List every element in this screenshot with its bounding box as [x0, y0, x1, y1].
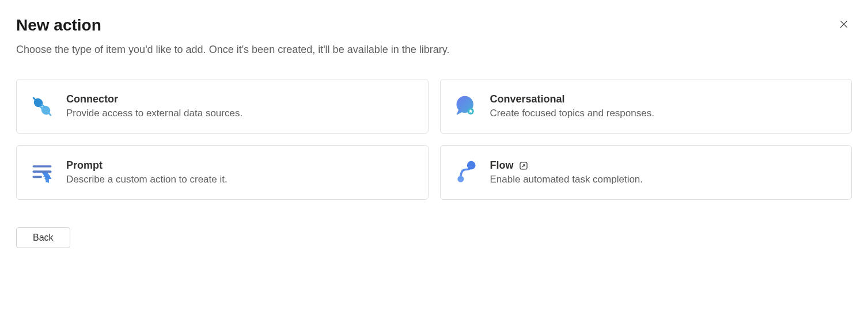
- connector-icon: [29, 94, 55, 119]
- close-icon: [838, 18, 850, 32]
- svg-line-9: [49, 113, 51, 115]
- conversational-icon: [453, 94, 479, 119]
- svg-point-17: [467, 161, 475, 169]
- card-title: Conversational: [490, 93, 654, 105]
- card-connector[interactable]: Connector Provide access to external dat…: [16, 79, 429, 134]
- card-description: Provide access to external data sources.: [66, 108, 242, 119]
- dialog-footer: Back: [16, 227, 852, 248]
- page-title: New action: [16, 16, 101, 35]
- svg-line-8: [33, 98, 35, 100]
- page-subtitle: Choose the type of item you'd like to ad…: [16, 44, 852, 56]
- flow-icon: [453, 160, 479, 185]
- svg-rect-14: [33, 176, 43, 178]
- action-type-grid: Connector Provide access to external dat…: [16, 79, 852, 200]
- card-flow[interactable]: Flow Enable automated task completion.: [440, 145, 852, 200]
- card-title-text: Flow: [490, 159, 514, 172]
- card-description: Create focused topics and responses.: [490, 108, 654, 119]
- card-title: Prompt: [66, 159, 228, 172]
- card-prompt[interactable]: Prompt Describe a custom action to creat…: [16, 145, 429, 200]
- svg-rect-12: [33, 165, 52, 168]
- external-link-icon: [518, 161, 529, 171]
- prompt-icon: [29, 160, 55, 185]
- svg-rect-13: [33, 170, 52, 173]
- back-button[interactable]: Back: [16, 227, 70, 248]
- card-title: Connector: [66, 93, 242, 105]
- card-description: Enable automated task completion.: [490, 174, 643, 185]
- card-conversational[interactable]: Conversational Create focused topics and…: [440, 79, 852, 134]
- card-title: Flow: [490, 159, 643, 172]
- svg-point-18: [457, 176, 464, 182]
- card-description: Describe a custom action to create it.: [66, 174, 228, 185]
- close-button[interactable]: [836, 16, 852, 34]
